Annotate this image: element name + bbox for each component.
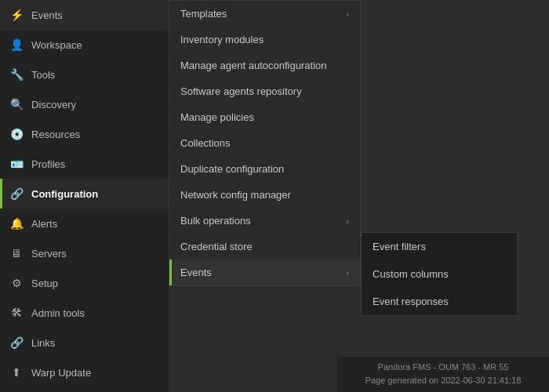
dropdown-item-credential-store[interactable]: Credential store [169, 234, 360, 260]
submenu-item-custom-columns[interactable]: Custom columns [362, 260, 517, 288]
dropdown-item-events[interactable]: Events› [169, 260, 360, 285]
tools-icon: 🔧 [9, 67, 24, 82]
sidebar-label-servers: Servers [31, 248, 67, 260]
dropdown-item-manage-policies[interactable]: Manage policies [169, 104, 360, 130]
sidebar-label-events: Events [31, 9, 63, 21]
dropdown-label-manage-policies: Manage policies [180, 111, 254, 123]
sidebar-label-links: Links [31, 337, 55, 349]
dropdown-label-network-config: Network config manager [180, 189, 291, 201]
sidebar-label-configuration: Configuration [31, 188, 98, 200]
sidebar-item-module-library[interactable]: 📚Module library [0, 387, 169, 392]
sidebar-label-tools: Tools [31, 69, 55, 81]
dropdown-label-bulk-operations: Bulk operations [180, 215, 251, 227]
dropdown-item-collections[interactable]: Collections [169, 130, 360, 156]
resources-icon: 💿 [9, 127, 24, 141]
events-submenu: Event filtersCustom columnsEvent respons… [361, 232, 518, 316]
dropdown-item-manage-agent[interactable]: Manage agent autoconfiguration [169, 53, 360, 78]
sidebar-item-warp-update[interactable]: ⬆Warp Update [0, 358, 169, 387]
sidebar-item-setup[interactable]: ⚙Setup [0, 268, 169, 298]
dropdown-item-duplicate-config[interactable]: Duplicate configuration [169, 156, 360, 182]
dropdown-label-software-agents: Software agents repository [180, 85, 302, 97]
sidebar-item-alerts[interactable]: 🔔Alerts [0, 209, 169, 238]
discovery-icon: 🔍 [9, 97, 24, 111]
dropdown-label-templates: Templates [180, 8, 227, 20]
chevron-right-icon: › [346, 216, 349, 226]
sidebar-item-resources[interactable]: 💿Resources [0, 119, 169, 149]
dropdown-label-collections: Collections [180, 137, 231, 149]
dropdown-item-network-config[interactable]: Network config manager [169, 182, 360, 208]
sidebar-label-setup: Setup [31, 278, 58, 289]
sidebar-label-workspace: Workspace [31, 39, 82, 51]
sidebar-item-profiles[interactable]: 🪪Profiles [0, 149, 169, 179]
profiles-icon: 🪪 [9, 157, 24, 171]
footer: Pandora FMS - OUM 763 - MR 55 Page gener… [337, 357, 549, 392]
admin-tools-icon: 🛠 [9, 306, 24, 320]
dropdown-label-credential-store: Credential store [180, 241, 253, 252]
footer-line1: Pandora FMS - OUM 763 - MR 55 [341, 361, 545, 375]
alerts-icon: 🔔 [9, 216, 24, 230]
chevron-right-icon: › [346, 268, 349, 278]
sidebar-label-resources: Resources [31, 129, 80, 140]
main-container: ⚡Events👤Workspace🔧Tools🔍Discovery💿Resour… [0, 0, 549, 392]
sidebar-item-events[interactable]: ⚡Events [0, 0, 169, 30]
dropdown-item-software-agents[interactable]: Software agents repository [169, 78, 360, 104]
sidebar-label-discovery: Discovery [31, 99, 76, 111]
warp-update-icon: ⬆ [9, 365, 24, 379]
dropdown-item-inventory-modules[interactable]: Inventory modules [169, 27, 360, 53]
links-icon: 🔗 [9, 336, 24, 350]
sidebar: ⚡Events👤Workspace🔧Tools🔍Discovery💿Resour… [0, 0, 169, 392]
configuration-icon: 🔗 [9, 187, 24, 201]
sidebar-label-profiles: Profiles [31, 158, 65, 170]
setup-icon: ⚙ [9, 276, 24, 290]
workspace-icon: 👤 [9, 38, 24, 52]
sidebar-item-links[interactable]: 🔗Links [0, 328, 169, 358]
chevron-right-icon: › [346, 9, 349, 19]
sidebar-item-servers[interactable]: 🖥Servers [0, 238, 169, 268]
servers-icon: 🖥 [9, 246, 24, 260]
sidebar-item-discovery[interactable]: 🔍Discovery [0, 89, 169, 119]
dropdown-item-bulk-operations[interactable]: Bulk operations› [169, 208, 360, 234]
dropdown-label-inventory-modules: Inventory modules [180, 34, 264, 45]
dropdown-menu: Templates›Inventory modulesManage agent … [169, 0, 361, 286]
content-area: Templates›Inventory modulesManage agent … [169, 0, 549, 392]
sidebar-label-admin-tools: Admin tools [31, 307, 85, 319]
sidebar-item-workspace[interactable]: 👤Workspace [0, 30, 169, 60]
sidebar-label-warp-update: Warp Update [31, 367, 91, 379]
sidebar-label-alerts: Alerts [31, 218, 57, 230]
sidebar-item-admin-tools[interactable]: 🛠Admin tools [0, 298, 169, 328]
dropdown-label-duplicate-config: Duplicate configuration [180, 163, 284, 175]
submenu-item-event-responses[interactable]: Event responses [362, 288, 517, 315]
sidebar-item-tools[interactable]: 🔧Tools [0, 60, 169, 89]
events-icon: ⚡ [9, 8, 24, 22]
dropdown-label-manage-agent: Manage agent autoconfiguration [180, 60, 326, 71]
sidebar-item-configuration[interactable]: 🔗Configuration [0, 179, 169, 209]
submenu-item-event-filters[interactable]: Event filters [362, 233, 517, 260]
dropdown-label-events: Events [180, 267, 212, 278]
footer-line2: Page generated on 2022-06-30 21:41:18 [341, 374, 545, 388]
dropdown-item-templates[interactable]: Templates› [169, 1, 360, 27]
